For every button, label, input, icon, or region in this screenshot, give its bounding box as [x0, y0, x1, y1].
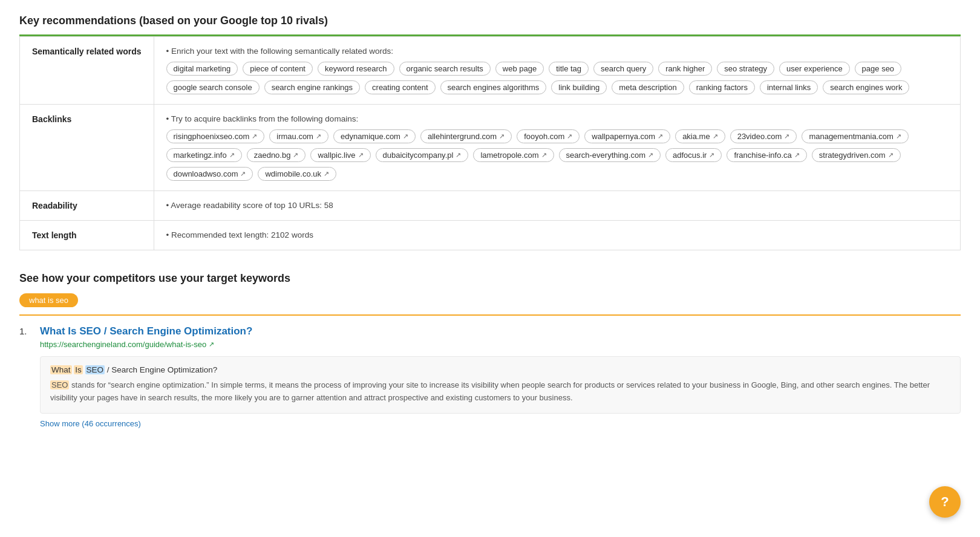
- backlink-item[interactable]: dubaicitycompany.pl ↗: [376, 148, 469, 162]
- tag-item[interactable]: internal links: [760, 80, 818, 94]
- external-link-icon: ↗: [252, 132, 257, 140]
- backlink-item[interactable]: edynamique.com ↗: [333, 129, 416, 143]
- highlight: Is: [74, 365, 83, 374]
- competitor-result: 1.What Is SEO / Search Engine Optimizati…: [19, 325, 961, 438]
- rec-bullet: • Enrich your text with the following se…: [166, 47, 948, 56]
- rec-label: Semantically related words: [20, 37, 154, 105]
- tag-item[interactable]: organic search results: [399, 62, 491, 76]
- result-url[interactable]: https://searchengineland.com/guide/what-…: [40, 340, 961, 349]
- tag-item[interactable]: piece of content: [243, 62, 313, 76]
- snippet-text: SEO stands for “search engine optimizati…: [50, 379, 950, 405]
- backlinks-container: risingphoenixseo.com ↗irmau.com ↗edynami…: [166, 129, 948, 181]
- result-number: 1.: [19, 326, 34, 336]
- rec-label: Text length: [20, 221, 154, 250]
- snippet-headline: What Is SEO / Search Engine Optimization…: [50, 365, 950, 374]
- backlink-item[interactable]: wdimobile.co.uk ↗: [258, 167, 336, 181]
- backlink-item[interactable]: adfocus.ir ↗: [665, 148, 722, 162]
- backlink-item[interactable]: 23video.com ↗: [730, 129, 797, 143]
- external-link-icon: ↗: [293, 151, 298, 159]
- external-link-icon: ↗: [403, 132, 408, 140]
- external-link-icon: ↗: [896, 132, 901, 140]
- tag-item[interactable]: user experience: [779, 62, 850, 76]
- backlink-item[interactable]: lametropole.com ↗: [473, 148, 554, 162]
- rec-label: Readability: [20, 191, 154, 221]
- tag-item[interactable]: meta description: [612, 80, 684, 94]
- rec-label: Backlinks: [20, 105, 154, 191]
- rec-info-text: • Average readability score of top 10 UR…: [166, 201, 948, 210]
- backlink-item[interactable]: allehintergrund.com ↗: [420, 129, 512, 143]
- competitors-results: 1.What Is SEO / Search Engine Optimizati…: [19, 325, 961, 438]
- backlink-item[interactable]: search-everything.com ↗: [559, 148, 661, 162]
- external-link-icon: ↗: [541, 151, 547, 159]
- external-link-icon: ↗: [324, 170, 329, 178]
- recommendations-table-wrapper: Semantically related words• Enrich your …: [19, 34, 961, 250]
- tag-item[interactable]: seo strategy: [717, 62, 774, 76]
- external-link-icon: ↗: [794, 151, 800, 159]
- rec-content: • Recommended text length: 2102 words: [154, 221, 960, 250]
- backlink-item[interactable]: wallpic.live ↗: [310, 148, 370, 162]
- tag-item[interactable]: search query: [593, 62, 653, 76]
- competitors-section: See how your competitors use your target…: [19, 272, 961, 438]
- tag-item[interactable]: link building: [551, 80, 607, 94]
- result-title[interactable]: What Is SEO / Search Engine Optimization…: [40, 325, 252, 337]
- highlight: SEO: [85, 365, 105, 374]
- backlink-item[interactable]: marketingz.info ↗: [166, 148, 242, 162]
- tag-item[interactable]: digital marketing: [166, 62, 238, 76]
- backlink-item[interactable]: akia.me ↗: [675, 129, 725, 143]
- show-more-link[interactable]: Show more (46 occurrences): [40, 419, 141, 428]
- competitors-title: See how your competitors use your target…: [19, 272, 961, 285]
- backlink-item[interactable]: managementmania.com ↗: [802, 129, 908, 143]
- tag-item[interactable]: search engines work: [823, 80, 909, 94]
- external-link-icon: ↗: [229, 151, 235, 159]
- external-link-icon: ↗: [456, 151, 461, 159]
- keyword-badge[interactable]: what is seo: [19, 293, 78, 307]
- external-link-icon: ↗: [567, 132, 572, 140]
- backlink-item[interactable]: zaedno.bg ↗: [247, 148, 306, 162]
- backlink-item[interactable]: irmau.com ↗: [269, 129, 328, 143]
- tag-item[interactable]: google search console: [166, 80, 260, 94]
- backlink-item[interactable]: fooyoh.com ↗: [517, 129, 580, 143]
- snippet-box: What Is SEO / Search Engine Optimization…: [40, 356, 961, 414]
- external-link-icon: ↗: [316, 132, 321, 140]
- rec-info-text: • Recommended text length: 2102 words: [166, 230, 948, 239]
- rec-content: • Enrich your text with the following se…: [154, 37, 960, 105]
- backlink-item[interactable]: wallpapernya.com ↗: [584, 129, 670, 143]
- tag-item[interactable]: creating content: [365, 80, 436, 94]
- recommendations-table: Semantically related words• Enrich your …: [19, 36, 961, 250]
- external-link-icon: ↗: [713, 132, 718, 140]
- external-link-icon: ↗: [658, 132, 663, 140]
- tag-item[interactable]: rank higher: [658, 62, 712, 76]
- external-link-icon: ↗: [888, 151, 893, 159]
- external-link-icon: ↗: [209, 340, 214, 348]
- external-link-icon: ↗: [784, 132, 789, 140]
- orange-divider: [19, 314, 961, 316]
- rec-content: • Average readability score of top 10 UR…: [154, 191, 960, 221]
- tag-item[interactable]: title tag: [549, 62, 589, 76]
- tag-item[interactable]: search engines algorithms: [440, 80, 547, 94]
- tag-item[interactable]: keyword research: [318, 62, 394, 76]
- external-link-icon: ↗: [648, 151, 653, 159]
- external-link-icon: ↗: [240, 170, 246, 178]
- external-link-icon: ↗: [358, 151, 364, 159]
- backlink-item[interactable]: risingphoenixseo.com ↗: [166, 129, 265, 143]
- rec-bullet: • Try to acquire backlinks from the foll…: [166, 114, 948, 123]
- tag-item[interactable]: web page: [495, 62, 544, 76]
- highlight: What: [50, 365, 72, 374]
- recommendations-title: Key recommendations (based on your Googl…: [19, 15, 961, 27]
- backlink-item[interactable]: franchise-info.ca ↗: [727, 148, 806, 162]
- backlink-item[interactable]: strategydriven.com ↗: [812, 148, 901, 162]
- tag-item[interactable]: search engine rankings: [264, 80, 360, 94]
- tag-item[interactable]: ranking factors: [689, 80, 755, 94]
- rec-content: • Try to acquire backlinks from the foll…: [154, 105, 960, 191]
- backlink-item[interactable]: downloadwso.com ↗: [166, 167, 253, 181]
- external-link-icon: ↗: [709, 151, 714, 159]
- tags-container: digital marketingpiece of contentkeyword…: [166, 62, 948, 94]
- highlight: SEO: [50, 380, 69, 389]
- external-link-icon: ↗: [499, 132, 505, 140]
- tag-item[interactable]: page seo: [855, 62, 902, 76]
